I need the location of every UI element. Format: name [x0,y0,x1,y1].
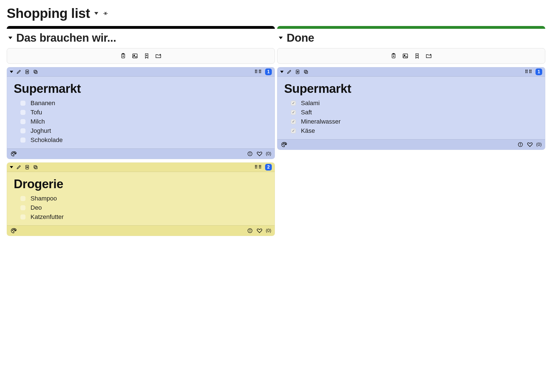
like-count: (0) [536,142,542,147]
card-collapse-caret-icon[interactable] [10,166,13,168]
checkbox[interactable] [20,138,25,143]
copy-icon[interactable] [303,69,309,75]
card-collapse-caret-icon[interactable] [10,71,13,73]
edit-pencil-icon[interactable] [16,164,22,170]
column-header: Das brauchen wir... [7,30,275,48]
checklist: Bananen Tofu Milch Joghurt Schokolade [14,98,268,145]
card-toolbar: ⠿⠿ 1 [7,67,275,77]
card-collapse-caret-icon[interactable] [280,71,284,73]
checkbox-checked[interactable]: ✓ [291,101,296,106]
list-item: ✓Mineralwasser [291,117,538,126]
svg-rect-14 [35,71,37,74]
card-footer: (0) [7,148,275,159]
column-collapse-caret-icon[interactable] [8,37,12,39]
svg-point-50 [285,143,285,143]
info-icon[interactable] [247,150,253,157]
list-item: ✓Käse [291,126,538,135]
svg-rect-46 [305,71,308,74]
checkbox[interactable] [20,205,25,210]
edit-pencil-icon[interactable] [286,69,292,75]
play-file-icon[interactable] [24,69,30,75]
play-file-icon[interactable] [295,69,300,75]
checkbox[interactable] [20,110,25,115]
column-header: Done [277,30,545,48]
svg-rect-47 [304,70,307,73]
palette-icon[interactable] [281,141,287,148]
svg-marker-45 [297,71,299,73]
column-collapse-caret-icon[interactable] [279,37,283,39]
item-label: Joghurt [31,126,51,135]
column-need: Das brauchen wir... [7,26,275,236]
card-footer: (0) [277,139,545,150]
card-number-badge: 2 [265,164,272,171]
drag-handle-icon[interactable]: ⠿⠿ [254,166,262,168]
like-count: (0) [266,228,271,233]
svg-point-27 [12,230,13,231]
svg-point-16 [12,153,13,154]
info-icon[interactable] [247,227,253,234]
svg-point-19 [15,153,15,154]
item-label: Schokolade [31,135,63,145]
heart-icon[interactable] [256,150,263,157]
info-icon[interactable] [517,141,524,148]
checkbox[interactable] [20,128,25,133]
card-title: Drogerie [14,177,268,191]
svg-point-29 [14,229,15,230]
copy-icon[interactable] [33,69,38,75]
checkbox-checked[interactable]: ✓ [291,119,296,124]
palette-icon[interactable] [10,150,17,157]
add-bookmark-icon[interactable] [143,53,150,59]
add-bookmark-icon[interactable] [414,53,420,59]
card-body: Supermarkt ✓Salami ✓Saft ✓Mineralwasser … [277,77,545,139]
item-label: Shampoo [31,194,57,203]
card-number-badge: 1 [265,69,272,75]
heart-icon[interactable] [527,141,533,148]
list-item: Tofu [20,108,268,117]
drag-handle-icon[interactable]: ⠿⠿ [525,71,533,73]
board-columns: Das brauchen wir... [7,26,545,236]
heart-icon[interactable] [256,227,263,234]
like-count: (0) [266,151,271,156]
checkbox[interactable] [20,214,25,219]
card-footer: (0) [7,225,275,236]
add-folder-icon[interactable] [425,53,432,59]
drag-handle-icon[interactable]: ⠿⠿ [254,71,262,73]
card-supermarkt-done: ⠿⠿ 1 Supermarkt ✓Salami ✓Saft ✓Mineralwa… [277,67,545,150]
checkbox[interactable] [20,101,25,106]
copy-icon[interactable] [33,164,38,170]
add-folder-icon[interactable] [155,53,162,59]
page-header: Shopping list [7,6,545,21]
svg-point-51 [285,144,286,144]
item-label: Tofu [31,108,42,117]
list-item: Shampoo [20,194,268,203]
checkbox-checked[interactable]: ✓ [291,110,296,115]
page-menu-caret-icon[interactable] [94,12,98,15]
svg-rect-38 [403,54,408,58]
play-file-icon[interactable] [24,164,30,170]
add-clipboard-icon[interactable] [120,53,127,59]
svg-rect-15 [34,70,36,73]
item-label: Deo [31,203,42,212]
item-label: Katzenfutter [31,212,64,221]
edit-pencil-icon[interactable] [16,69,22,75]
checkbox[interactable] [20,119,25,124]
card-title: Supermarkt [14,82,268,96]
palette-icon[interactable] [10,227,17,234]
column-title: Das brauchen wir... [16,32,116,44]
cards-container: ⠿⠿ 1 Supermarkt ✓Salami ✓Saft ✓Mineralwa… [277,67,545,150]
list-item: Bananen [20,98,268,108]
svg-point-48 [282,144,283,145]
list-item: Milch [20,117,268,126]
add-image-icon[interactable] [402,53,409,59]
card-number-badge: 1 [535,69,542,75]
add-item-bar [7,48,275,64]
add-clipboard-icon[interactable] [390,53,397,59]
add-image-icon[interactable] [132,53,138,59]
svg-marker-24 [27,167,28,168]
collapse-all-icon[interactable] [103,11,108,16]
list-item: Schokolade [20,135,268,145]
card-toolbar: ⠿⠿ 2 [7,163,275,172]
checkbox-checked[interactable]: ✓ [291,128,296,133]
page-title: Shopping list [7,6,90,21]
checkbox[interactable] [20,196,25,201]
